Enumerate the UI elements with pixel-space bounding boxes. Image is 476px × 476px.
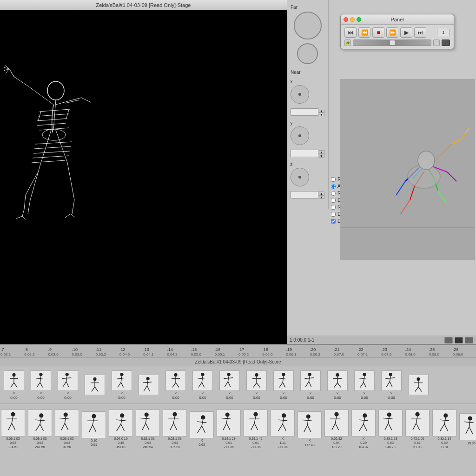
fast-icon[interactable]: 🐇: [433, 40, 440, 46]
keyframe-thumb[interactable]: [192, 370, 213, 391]
step-forward-btn[interactable]: ⏩: [386, 27, 398, 38]
keyframe-thumb2[interactable]: [82, 411, 106, 438]
keyframe-cell[interactable]: × 0:00: [219, 370, 240, 400]
x-up-btn[interactable]: ▲: [319, 109, 324, 112]
back-btn[interactable]: ⏪: [358, 27, 370, 38]
keyframe-thumb2[interactable]: [298, 411, 322, 438]
end-btn[interactable]: ⏭: [414, 27, 426, 38]
keyframe-cell2[interactable]: 0:29,1 42 0.61 271.36: [244, 410, 268, 449]
enable-limits-checkbox[interactable]: [331, 219, 336, 224]
close-btn[interactable]: [344, 17, 348, 22]
keyframe-cell[interactable]: × 0:00: [354, 370, 375, 400]
keyframe-cell[interactable]: [408, 375, 429, 395]
keyframe-thumb[interactable]: [139, 375, 159, 395]
z-down-btn[interactable]: ▼: [319, 195, 324, 199]
min-btn[interactable]: [350, 17, 355, 22]
keyframe-cell[interactable]: × 0:00: [4, 370, 24, 400]
keyframe-thumb2[interactable]: [244, 410, 268, 436]
z-input[interactable]: [291, 191, 318, 198]
y-input[interactable]: [291, 150, 318, 157]
keyframe-thumb2[interactable]: [271, 410, 295, 436]
keyframe-cell2[interactable]: 15.36: [459, 413, 476, 445]
z-dial[interactable]: [291, 168, 309, 186]
keyframe-thumb2[interactable]: [190, 411, 214, 438]
stop-btn[interactable]: ■: [372, 27, 384, 38]
keyframe-thumb2[interactable]: [432, 410, 456, 436]
keyframe-thumb[interactable]: [58, 370, 78, 391]
keyframe-cell[interactable]: × 0:00: [165, 370, 186, 400]
view-icon-2[interactable]: [455, 337, 463, 344]
keyframe-thumb2[interactable]: [1, 410, 25, 436]
keyframe-thumb[interactable]: [273, 370, 294, 391]
keyframe-thumb2[interactable]: [405, 410, 430, 436]
keyframe-cell2[interactable]: X 177.43: [298, 411, 322, 447]
x-input[interactable]: [291, 108, 318, 116]
keyframe-thumb2[interactable]: [163, 410, 187, 436]
keyframe-thumb[interactable]: [219, 370, 240, 391]
keyframe-cell2[interactable]: 0:29,1 23 0.63 346.73: [378, 410, 403, 449]
range-edit-checkbox[interactable]: [331, 177, 336, 182]
keyframe-cell[interactable]: × 0:00: [31, 370, 51, 400]
relative-radio[interactable]: [331, 191, 336, 196]
keyframe-thumb2[interactable]: [378, 410, 403, 436]
keyframe-thumb[interactable]: [112, 370, 132, 391]
keyframe-thumb2[interactable]: [109, 410, 133, 436]
keyframe-cell[interactable]: × 0:00: [381, 370, 402, 400]
root-rotate-checkbox[interactable]: [331, 205, 336, 210]
keyframe-thumb2[interactable]: [136, 410, 160, 436]
keyframe-cell2[interactable]: 0:10 0.61: [82, 411, 106, 447]
keyframe-thumb2[interactable]: [459, 413, 476, 440]
keyframe-cell2[interactable]: 0:04,0 10 0.45 351.01: [109, 410, 133, 449]
keyframe-cell2[interactable]: X 0.63: [190, 411, 214, 447]
keyframe-thumb[interactable]: [31, 370, 51, 391]
keyframe-thumb2[interactable]: [217, 410, 241, 436]
view-icon-1[interactable]: [444, 337, 453, 344]
keyframe-thumb[interactable]: [246, 370, 267, 391]
keyframe-cell[interactable]: [139, 375, 159, 395]
keyframe-cell[interactable]: × 0:00: [327, 370, 348, 400]
view-icon-3[interactable]: [465, 337, 473, 344]
speed-icon[interactable]: 🐢: [344, 40, 351, 46]
keyframe-cell2[interactable]: 0:43,1 05 0.61 61.03: [405, 410, 430, 449]
keyframe-cell[interactable]: × 0:00: [300, 370, 321, 400]
keyframe-cell[interactable]: × 0:00: [246, 370, 267, 400]
keyframe-thumb[interactable]: [85, 375, 105, 395]
keyframe-thumb2[interactable]: [324, 410, 349, 436]
keyframe-cell2[interactable]: 0:02,92 0.94 131.29: [324, 410, 349, 449]
keyframe-cell2[interactable]: X 0.29 184.07: [351, 410, 376, 449]
near-circle-2[interactable]: [297, 43, 318, 64]
absolute-radio[interactable]: [331, 184, 336, 189]
keyframe-cell[interactable]: × 0:00: [192, 370, 213, 400]
keyframe-thumb[interactable]: [354, 370, 375, 391]
keyframe-thumb2[interactable]: [28, 410, 52, 436]
keyframe-cell[interactable]: × 0:00: [58, 370, 78, 400]
play-btn[interactable]: ▶: [400, 27, 412, 38]
x-down-btn[interactable]: ▼: [319, 112, 324, 116]
keyframe-cell2[interactable]: 0:32,1 14 0.59 71.81: [432, 410, 456, 449]
keyframe-cell2[interactable]: 0:14,1 29 0.61 271.36: [217, 410, 241, 449]
keyframe-cell2[interactable]: 0:32,1 33 0.63 249.94: [136, 410, 160, 449]
keyframe-thumb[interactable]: [327, 370, 348, 391]
keyframe-thumb[interactable]: [165, 370, 186, 391]
x-dial[interactable]: [291, 85, 309, 104]
y-down-btn[interactable]: ▼: [319, 154, 324, 158]
keyframe-thumb[interactable]: [408, 375, 429, 395]
keyframe-cell2[interactable]: 0:02,1 38 0.63 337.20: [163, 410, 187, 449]
speed-slider[interactable]: [353, 40, 431, 46]
keyframe-thumb[interactable]: [4, 370, 24, 391]
z-up-btn[interactable]: ▲: [319, 192, 324, 195]
keyframe-cell2[interactable]: 0:09,1 05 0.63 241.50: [28, 410, 52, 449]
keyframe-cell[interactable]: × 0:00: [112, 370, 132, 400]
loop-icon[interactable]: [442, 40, 450, 46]
keyframe-cell2[interactable]: 0:09,1 05 0.63 114.61: [1, 410, 25, 449]
keyframe-cell2[interactable]: X 1.11 271.36: [271, 410, 295, 449]
keyframe-cell[interactable]: [85, 375, 105, 395]
keyframe-thumb2[interactable]: [351, 410, 376, 436]
keyframe-thumb[interactable]: [300, 370, 321, 391]
edit-limits-checkbox[interactable]: [331, 212, 336, 217]
keyframe-thumb[interactable]: [381, 370, 402, 391]
keyframe-thumb2[interactable]: [55, 410, 79, 436]
keyframe-cell[interactable]: × 0:00: [273, 370, 294, 400]
rewind-btn[interactable]: ⏮: [344, 27, 357, 38]
max-btn[interactable]: [357, 17, 361, 22]
